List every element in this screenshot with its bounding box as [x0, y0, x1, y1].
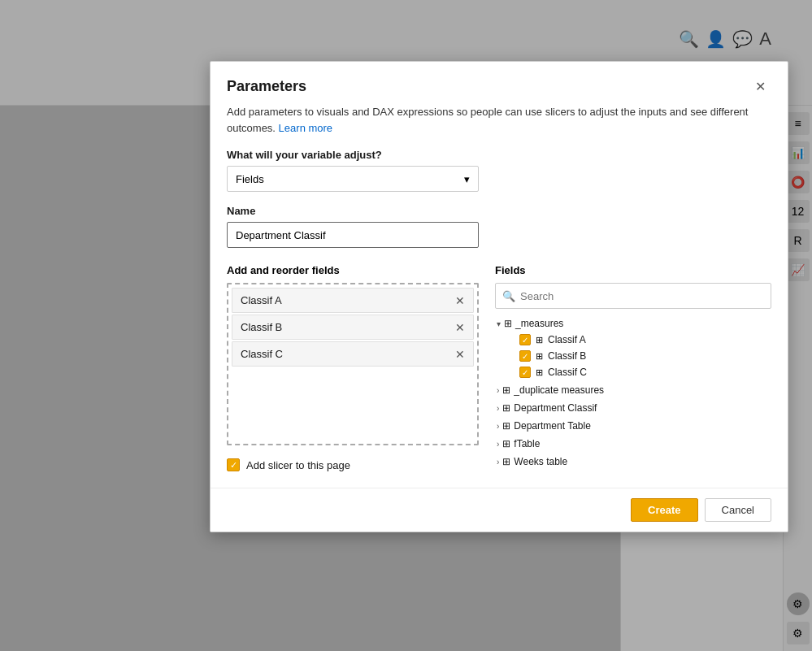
classif-b-tree-label: Classif B [548, 350, 586, 362]
modal-close-button[interactable]: ✕ [749, 75, 771, 98]
classif-c-checkbox[interactable]: ✓ [519, 367, 531, 378]
ftable-group-label: fTable [514, 438, 540, 449]
duplicate-table-icon: ⊞ [502, 384, 510, 396]
duplicate-chevron-icon: › [497, 386, 499, 395]
field-label-classif-b: Classif B [241, 321, 282, 333]
field-row-classif-c: Classif C ✕ [232, 341, 474, 367]
tree-group-ftable: › ⊞ fTable [495, 436, 771, 452]
remove-classif-b-button[interactable]: ✕ [455, 322, 465, 333]
add-slicer-checkbox[interactable]: ✓ [227, 458, 240, 471]
fields-tree: ▾ ⊞ _measures ✓ ⊞ Classif A ✓ [495, 315, 771, 470]
measures-children: ✓ ⊞ Classif A ✓ ⊞ Classif B ✓ [495, 332, 771, 380]
add-slicer-label: Add slicer to this page [246, 459, 350, 471]
tree-group-dept-classif: › ⊞ Department Classif [495, 400, 771, 416]
classif-a-field-icon: ⊞ [536, 335, 543, 345]
fields-dashed-area[interactable]: Classif A ✕ Classif B ✕ Classif C ✕ [227, 283, 479, 445]
field-row-classif-b: Classif B ✕ [232, 315, 474, 340]
tree-group-dept-classif-header[interactable]: › ⊞ Department Classif [495, 400, 771, 416]
tree-item-classif-b[interactable]: ✓ ⊞ Classif B [518, 348, 771, 364]
tree-group-weeks-header[interactable]: › ⊞ Weeks table [495, 454, 771, 470]
field-label-classif-a: Classif A [241, 294, 282, 306]
classif-a-tree-label: Classif A [548, 334, 586, 345]
dept-classif-chevron-icon: › [497, 404, 499, 413]
tree-group-dept-table: › ⊞ Department Table [495, 418, 771, 434]
modal-two-columns: Add and reorder fields Classif A ✕ Class… [227, 264, 771, 471]
field-row-classif-a: Classif A ✕ [232, 288, 474, 313]
tree-group-duplicate: › ⊞ _duplicate measures [495, 382, 771, 398]
create-button[interactable]: Create [631, 498, 697, 522]
dept-classif-table-icon: ⊞ [502, 402, 510, 414]
modal-header: Parameters ✕ [211, 62, 788, 104]
variable-value: Fields [236, 173, 264, 185]
classif-b-checkbox[interactable]: ✓ [519, 350, 531, 362]
ftable-chevron-icon: › [497, 440, 499, 449]
tree-item-classif-a[interactable]: ✓ ⊞ Classif A [518, 332, 771, 348]
classif-c-tree-label: Classif C [548, 367, 587, 378]
dropdown-chevron-icon: ▾ [464, 173, 470, 185]
remove-classif-a-button[interactable]: ✕ [455, 295, 465, 306]
classif-c-field-icon: ⊞ [536, 367, 543, 378]
dept-table-chevron-icon: › [497, 422, 499, 431]
right-column: Fields 🔍 ▾ ⊞ _measures [495, 264, 771, 471]
search-input[interactable] [520, 290, 764, 302]
modal-description: Add parameters to visuals and DAX expres… [227, 104, 771, 136]
variable-dropdown[interactable]: Fields ▾ [227, 166, 479, 192]
add-slicer-row: ✓ Add slicer to this page [227, 458, 479, 471]
tree-item-classif-c[interactable]: ✓ ⊞ Classif C [518, 364, 771, 380]
left-column: Add and reorder fields Classif A ✕ Class… [227, 264, 479, 471]
dept-classif-group-label: Department Classif [514, 402, 597, 414]
measures-group-label: _measures [515, 318, 563, 329]
classif-b-field-icon: ⊞ [536, 351, 543, 362]
name-input[interactable] [227, 222, 479, 248]
tree-group-weeks: › ⊞ Weeks table [495, 454, 771, 470]
duplicate-group-label: _duplicate measures [514, 384, 604, 396]
weeks-table-icon: ⊞ [502, 456, 510, 467]
weeks-chevron-icon: › [497, 458, 499, 467]
tree-group-measures-header[interactable]: ▾ ⊞ _measures [495, 315, 771, 332]
add-reorder-label: Add and reorder fields [227, 264, 479, 276]
search-box[interactable]: 🔍 [495, 283, 771, 309]
name-label: Name [227, 205, 771, 217]
tree-group-dept-table-header[interactable]: › ⊞ Department Table [495, 418, 771, 434]
tree-group-measures: ▾ ⊞ _measures ✓ ⊞ Classif A ✓ [495, 315, 771, 380]
learn-more-link[interactable]: Learn more [279, 122, 332, 134]
cancel-button[interactable]: Cancel [705, 498, 771, 522]
remove-classif-c-button[interactable]: ✕ [455, 349, 465, 360]
weeks-group-label: Weeks table [514, 456, 567, 467]
modal-footer: Create Cancel [211, 488, 788, 532]
variable-label: What will your variable adjust? [227, 149, 771, 161]
tree-group-ftable-header[interactable]: › ⊞ fTable [495, 436, 771, 452]
measures-chevron-icon: ▾ [497, 319, 501, 328]
modal-dialog: Parameters ✕ Add parameters to visuals a… [210, 61, 788, 532]
tree-group-duplicate-header[interactable]: › ⊞ _duplicate measures [495, 382, 771, 398]
fields-panel-label: Fields [495, 264, 771, 276]
classif-a-checkbox[interactable]: ✓ [519, 334, 531, 345]
dept-table-icon: ⊞ [502, 420, 510, 432]
modal-title: Parameters [227, 78, 306, 95]
search-icon: 🔍 [502, 290, 515, 302]
dept-table-group-label: Department Table [514, 420, 591, 432]
ftable-table-icon: ⊞ [502, 438, 510, 449]
modal-body: Add parameters to visuals and DAX expres… [211, 104, 788, 488]
measures-table-icon: ⊞ [504, 318, 512, 329]
field-label-classif-c: Classif C [241, 348, 283, 360]
